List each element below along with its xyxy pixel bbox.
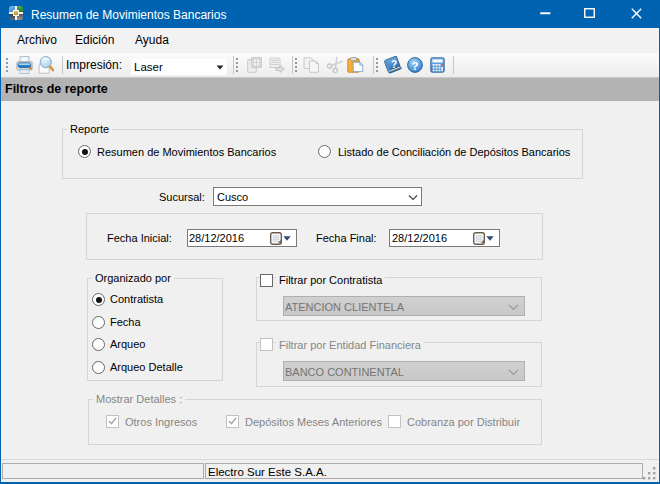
svg-text:?: ?	[411, 60, 418, 72]
svg-text:?: ?	[391, 59, 397, 70]
